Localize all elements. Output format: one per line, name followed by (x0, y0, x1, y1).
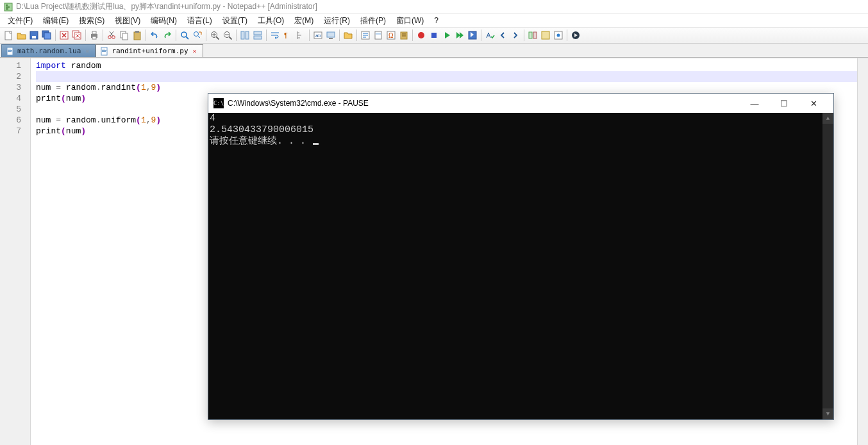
toolbar-separator (309, 29, 310, 41)
toolbar-bookmark-button[interactable] (552, 29, 565, 42)
svg-rect-38 (431, 33, 437, 38)
toolbar-undo-button[interactable] (148, 29, 161, 42)
toolbar-separator (236, 29, 237, 41)
svg-point-37 (418, 32, 424, 38)
tab-close-icon[interactable]: ✕ (191, 47, 199, 55)
scroll-down-button[interactable]: ▼ (822, 408, 833, 419)
toolbar-zoom-out-button[interactable] (221, 29, 234, 42)
menu-item-8[interactable]: 宏(M) (289, 14, 319, 28)
toolbar-wrap-button[interactable] (269, 29, 281, 42)
toolbar-sync-v-button[interactable] (238, 29, 251, 42)
toolbar-cut-button[interactable] (105, 29, 118, 42)
svg-rect-1 (5, 31, 12, 40)
file-tab-0[interactable]: math.random.lua✕ (1, 44, 96, 57)
toolbar-misc1-button[interactable] (539, 29, 552, 42)
toolbar-compare-button[interactable] (526, 29, 539, 42)
toolbar-func-list-button[interactable] (359, 29, 372, 42)
menu-item-10[interactable]: 插件(P) (355, 14, 391, 28)
code-line[interactable]: num = random.randint(1,9) (36, 82, 863, 93)
menu-item-5[interactable]: 语言(L) (182, 14, 217, 28)
toolbar-spell-prev-button[interactable] (496, 29, 509, 42)
toolbar-separator (567, 29, 567, 41)
cmd-line: 2.5430433790006015 (210, 124, 832, 136)
line-number-gutter: 1234567 (0, 58, 31, 445)
code-line[interactable] (36, 71, 863, 82)
toolbar-find-button[interactable] (178, 29, 191, 42)
scroll-up-button[interactable]: ▲ (822, 113, 833, 124)
toolbar-save-button[interactable] (28, 29, 40, 42)
menu-bar: 文件(F)编辑(E)搜索(S)视图(V)编码(N)语言(L)设置(T)工具(O)… (0, 14, 868, 27)
toolbar-indent-guide-button[interactable] (294, 29, 307, 42)
svg-rect-24 (254, 31, 262, 35)
menu-item-2[interactable]: 搜索(S) (74, 14, 110, 28)
toolbar-macro-record-button[interactable] (415, 29, 428, 42)
menu-item-7[interactable]: 工具(O) (253, 14, 289, 28)
toolbar-zoom-in-button[interactable] (208, 29, 221, 42)
code-line[interactable]: import random (36, 60, 863, 71)
toolbar-lang-button[interactable]: ab (312, 29, 324, 42)
toolbar-char-panel-button[interactable]: Ω (385, 29, 397, 42)
toolbar: ¶abΩ (0, 27, 868, 44)
line-number: 7 (0, 126, 30, 137)
window-title: D:\Lua Project\随机数测试用lua、py脚本\randint+un… (16, 1, 317, 12)
line-number: 2 (0, 71, 30, 82)
toolbar-replace-button[interactable] (191, 29, 204, 42)
toolbar-save-all-button[interactable] (40, 29, 53, 42)
cmd-cursor (313, 143, 319, 145)
cmd-scrollbar[interactable]: ▲ ▼ (822, 113, 833, 419)
toolbar-run-button[interactable] (569, 29, 582, 42)
line-number: 5 (0, 104, 30, 115)
cmd-title-bar[interactable]: C:\ C:\Windows\System32\cmd.exe - PAUSE … (208, 94, 833, 113)
svg-rect-15 (122, 33, 128, 40)
toolbar-new-button[interactable] (2, 29, 15, 42)
menu-item-0[interactable]: 文件(F) (3, 14, 38, 28)
toolbar-separator (266, 29, 267, 41)
menu-item-4[interactable]: 编码(N) (146, 14, 182, 28)
tab-label: randint+uniform.py (112, 47, 188, 55)
toolbar-macro-play-multi-button[interactable] (453, 29, 466, 42)
file-icon (100, 47, 109, 56)
menu-item-12[interactable]: ? (429, 15, 444, 26)
toolbar-paste-button[interactable] (131, 29, 144, 42)
toolbar-close-all-button[interactable] (71, 29, 83, 42)
menu-item-6[interactable]: 设置(T) (217, 14, 253, 28)
toolbar-all-chars-button[interactable]: ¶ (281, 29, 294, 42)
toolbar-spell-next-button[interactable] (509, 29, 522, 42)
minimize-button[interactable]: — (740, 94, 769, 113)
toolbar-macro-play-button[interactable] (440, 29, 453, 42)
svg-rect-23 (246, 31, 249, 39)
toolbar-macro-stop-button[interactable] (428, 29, 440, 42)
cmd-icon: C:\ (213, 98, 224, 108)
file-tab-1[interactable]: randint+uniform.py✕ (96, 44, 203, 57)
toolbar-separator (412, 29, 413, 41)
toolbar-copy-button[interactable] (118, 29, 131, 42)
maximize-button[interactable]: ☐ (769, 94, 799, 113)
cmd-line: 请按任意键继续. . . (210, 136, 832, 147)
close-button[interactable]: ✕ (799, 94, 828, 113)
toolbar-close-button[interactable] (58, 29, 71, 42)
toolbar-macro-save-button[interactable] (466, 29, 479, 42)
toolbar-print-button[interactable] (88, 29, 101, 42)
menu-item-9[interactable]: 运行(R) (319, 14, 355, 28)
toolbar-folder-button[interactable] (342, 29, 355, 42)
editor-scrollbar[interactable] (857, 58, 868, 445)
toolbar-redo-button[interactable] (161, 29, 174, 42)
menu-item-11[interactable]: 窗口(W) (391, 14, 429, 28)
toolbar-separator (146, 29, 146, 41)
toolbar-doc-monitor-button[interactable] (324, 29, 337, 42)
toolbar-sync-h-button[interactable] (251, 29, 264, 42)
toolbar-separator (339, 29, 340, 41)
toolbar-doc-map-button[interactable] (372, 29, 385, 42)
toolbar-open-button[interactable] (15, 29, 28, 42)
menu-item-3[interactable]: 视图(V) (110, 14, 146, 28)
toolbar-spell-button[interactable] (483, 29, 496, 42)
svg-rect-52 (102, 50, 106, 51)
tab-close-icon[interactable]: ✕ (83, 47, 91, 55)
cmd-output[interactable]: 42.5430433790006015请按任意键继续. . . ▲ ▼ (208, 113, 833, 419)
svg-rect-17 (135, 31, 139, 33)
toolbar-clipboard-history-button[interactable] (397, 29, 410, 42)
svg-point-44 (557, 34, 560, 37)
svg-point-12 (108, 36, 112, 39)
svg-rect-5 (44, 33, 51, 39)
menu-item-1[interactable]: 编辑(E) (38, 14, 74, 28)
